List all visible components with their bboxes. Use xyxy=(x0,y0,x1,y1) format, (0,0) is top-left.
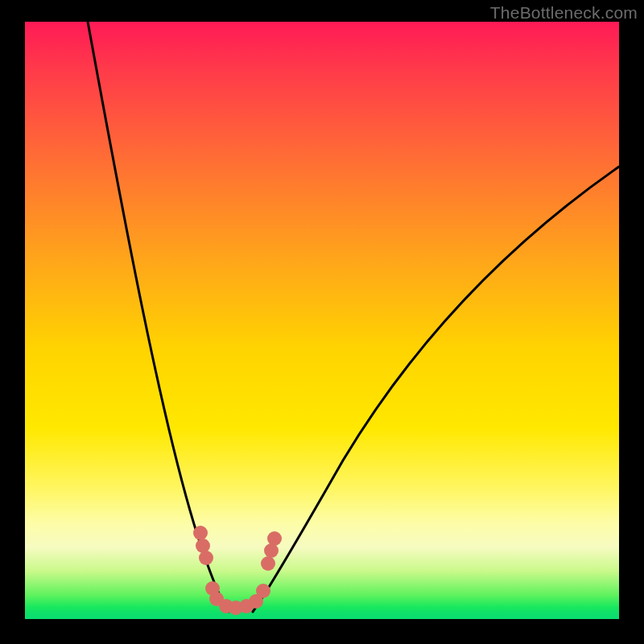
plot-area xyxy=(25,22,619,619)
watermark-text: TheBottleneck.com xyxy=(490,3,638,23)
chart-frame: TheBottleneck.com xyxy=(0,0,644,644)
